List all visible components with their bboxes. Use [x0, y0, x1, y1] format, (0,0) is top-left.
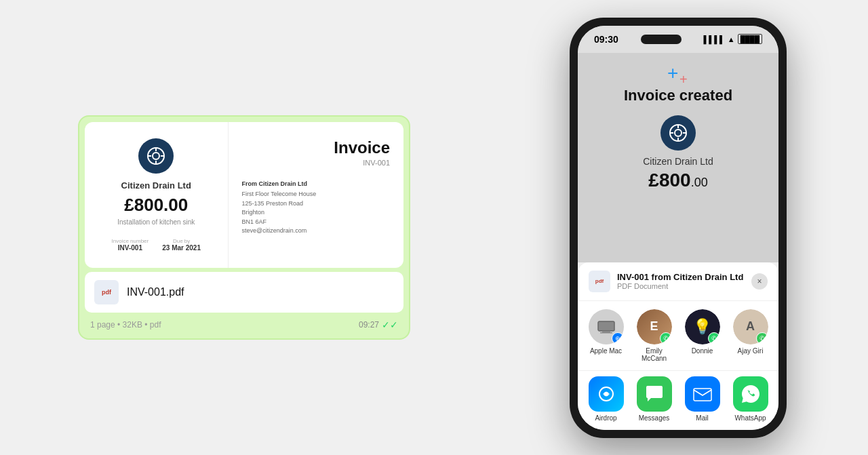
share-header: pdf INV-001 from Citizen Drain Ltd PDF D… — [578, 262, 778, 301]
avatar-emily: E ✆ — [637, 309, 672, 344]
contact-emily[interactable]: E ✆ Emily McCann — [633, 309, 676, 362]
contacts-row: ⊕ Apple Mac E ✆ — [578, 301, 778, 370]
invoice-amount: £800.00 — [124, 195, 188, 216]
wifi-icon: ▲ — [728, 35, 735, 43]
whatsapp-badge-donnie: ✆ — [708, 332, 720, 344]
contact-name-apple-mac: Apple Mac — [590, 347, 622, 355]
share-title: INV-001 from Citizen Drain Ltd — [617, 272, 743, 282]
invoice-title: Invoice — [242, 138, 391, 157]
app-whatsapp[interactable]: WhatsApp — [729, 376, 772, 422]
app-name-airdrop: Airdrop — [595, 414, 616, 422]
avatar-donnie: 💡 ✆ — [685, 309, 720, 344]
pdf-meta: 1 page • 32KB • pdf — [90, 320, 161, 330]
app-mail[interactable]: Mail — [681, 376, 724, 422]
airdrop-badge-icon: ⊕ — [612, 332, 624, 344]
contact-name-ajay: Ajay Giri — [738, 347, 764, 355]
invoice-preview: Citizen Drain Ltd £800.00 Installation o… — [85, 122, 403, 268]
bubble-time: 09:27 ✓✓ — [359, 319, 398, 330]
share-info: INV-001 from Citizen Drain Ltd PDF Docum… — [617, 272, 743, 290]
contact-name-emily: Emily McCann — [633, 347, 676, 362]
app-messages[interactable]: Messages — [633, 376, 676, 422]
double-check-icon: ✓✓ — [382, 319, 398, 330]
app-name-whatsapp: WhatsApp — [734, 414, 766, 422]
meta-due: Due by 23 Mar 2021 — [162, 238, 201, 252]
notch-camera — [641, 35, 682, 44]
status-bar: 09:30 ▌▌▌▌ ▲ ████ — [578, 26, 778, 53]
plus-blue-icon: + — [667, 62, 678, 84]
share-sheet: pdf INV-001 from Citizen Drain Ltd PDF D… — [578, 262, 778, 430]
phone-amount: £800.00 — [648, 170, 707, 191]
svg-point-7 — [675, 130, 682, 136]
contact-donnie[interactable]: 💡 ✆ Donnie — [681, 309, 724, 362]
status-time: 09:30 — [594, 34, 618, 45]
currency-symbol: £ — [648, 170, 659, 191]
app-content: + + Invoice created Citizen Drain Ltd £ — [578, 53, 778, 262]
share-close-button[interactable]: × — [751, 273, 768, 290]
pdf-icon: pdf — [94, 280, 119, 304]
pdf-attachment-row[interactable]: pdf INV-001.pdf — [85, 272, 403, 313]
contact-name-donnie: Donnie — [692, 347, 713, 355]
amount-decimal: .00 — [691, 176, 708, 189]
contact-ajay[interactable]: A ✆ Ajay Giri — [729, 309, 772, 362]
battery-icon: ████ — [738, 34, 762, 44]
meta-number: Invoice number INV-001 — [112, 238, 149, 252]
invoice-ref: INV-001 — [242, 159, 391, 167]
svg-rect-14 — [600, 332, 612, 334]
share-pdf-icon: pdf — [589, 271, 610, 292]
phone-frame: 09:30 ▌▌▌▌ ▲ ████ + + Invoice created — [570, 18, 787, 438]
right-section: 09:30 ▌▌▌▌ ▲ ████ + + Invoice created — [502, 18, 854, 438]
whatsapp-icon — [733, 376, 768, 412]
pdf-filename: INV-001.pdf — [127, 286, 184, 298]
svg-point-1 — [153, 153, 159, 159]
airdrop-icon — [589, 376, 624, 412]
invoice-left-col: Citizen Drain Ltd £800.00 Installation o… — [85, 122, 229, 268]
invoice-meta: Invoice number INV-001 Due by 23 Mar 202… — [112, 238, 201, 252]
invoice-address: First Floor Telecome House 125-135 Prest… — [242, 190, 391, 236]
left-section: Citizen Drain Ltd £800.00 Installation o… — [14, 88, 475, 367]
svg-point-16 — [604, 392, 608, 396]
app-name-mail: Mail — [696, 414, 708, 422]
messages-badge-ajay: ✆ — [756, 332, 768, 344]
invoice-right-col: Invoice INV-001 From Citizen Drain Ltd F… — [229, 122, 404, 268]
avatar-ajay: A ✆ — [733, 309, 768, 344]
invoice-from: From Citizen Drain Ltd — [242, 180, 391, 187]
invoice-description: Installation of kitchen sink — [117, 218, 195, 226]
signal-icon: ▌▌▌▌ — [704, 35, 725, 43]
whatsapp-badge-emily: ✆ — [660, 332, 672, 344]
chat-bubble: Citizen Drain Ltd £800.00 Installation o… — [78, 115, 410, 340]
app-airdrop[interactable]: Airdrop — [585, 376, 628, 422]
svg-rect-17 — [694, 389, 711, 401]
amount-whole: 800 — [659, 170, 691, 191]
invoice-logo — [138, 138, 174, 174]
company-name: Citizen Drain Ltd — [121, 180, 191, 191]
apps-row: Airdrop Messages — [578, 370, 778, 430]
share-subtitle: PDF Document — [617, 282, 743, 290]
phone-company: Citizen Drain Ltd — [643, 156, 713, 167]
messages-icon — [637, 376, 672, 412]
phone-logo — [660, 115, 696, 151]
phone-screen: 09:30 ▌▌▌▌ ▲ ████ + + Invoice created — [578, 26, 778, 430]
bubble-footer: 1 page • 32KB • pdf 09:27 ✓✓ — [85, 317, 403, 333]
contact-apple-mac[interactable]: ⊕ Apple Mac — [585, 309, 628, 362]
plus-red-icon: + — [679, 72, 688, 87]
svg-rect-12 — [598, 321, 614, 331]
invoice-created-title: Invoice created — [624, 87, 732, 104]
svg-rect-13 — [602, 331, 610, 332]
status-icons: ▌▌▌▌ ▲ ████ — [704, 34, 762, 44]
app-name-messages: Messages — [639, 414, 670, 422]
mail-icon — [685, 376, 720, 412]
avatar-apple-mac: ⊕ — [589, 309, 624, 344]
